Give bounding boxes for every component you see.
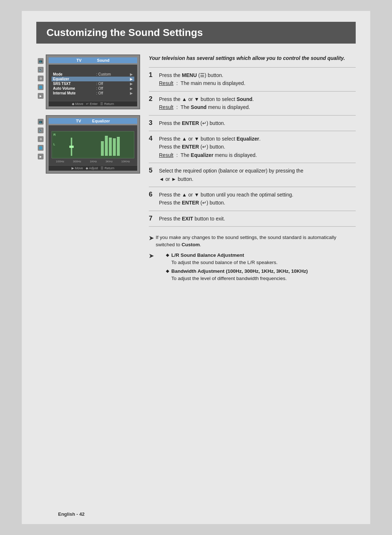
step-1-result: The main menu is displayed. [181,79,245,87]
steps-table: 1 Press the MENU (☰) button. Result: The… [149,67,356,227]
eq-display: R L [52,131,134,158]
eq-bar-3k [113,138,116,156]
notes-section: ➤ If you make any changes to the sound s… [149,234,356,284]
tv-row-autovolume: Auto Volume : Off ▶ [52,86,134,91]
step-3-num: 3 [149,115,159,131]
tv-screen-equalizer: TV Equalizer R L [46,115,140,174]
balance-indicator [69,146,74,148]
step-4: 4 Press the ▲ or ▼ button to select Equa… [149,131,356,163]
main-content: 📺 🔊 ⚙ 🌐 ▶ TV Sound Mode [36,54,356,287]
step-7-content: Press the EXIT button to exit. [159,211,356,226]
tv-label-1: TV Sound [76,58,109,62]
tv-icon-2-1: 📺 [38,119,44,125]
tv-icon-2: 🔊 [38,67,44,73]
step-7-num: 7 [149,211,159,226]
eq-freq-labels: 100Hz 300Hz 1KHz 3KHz 10KHz [52,160,134,163]
balance-bar [71,138,72,156]
step-4-content: Press the ▲ or ▼ button to select Equali… [159,131,356,163]
step-1-num: 1 [149,68,159,92]
result-label-1: Result [159,79,173,87]
diamond-icon-1: ◆ [166,252,169,258]
tv-icon-3: ⚙ [38,76,44,81]
result-label-4: Result [159,151,173,159]
note-row-1: ➤ If you make any changes to the sound s… [149,234,356,249]
page-title: Customizing the Sound Settings [46,27,346,38]
step-2: 2 Press the ▲ or ▼ button to select Soun… [149,91,356,115]
tv-label-2: TV Equalizer [76,119,110,123]
arrow-icon-2: ➤ [149,252,154,260]
tv-icon-4: 🌐 [38,84,44,90]
tv-side-icons-2: 📺 🔊 ⚙ 🌐 ▶ [38,119,44,159]
eq-lr-labels: R L [53,133,56,146]
tv-header-2: TV Equalizer [49,118,137,124]
tv-icon-2-3: ⚙ [38,136,44,142]
tv-icon-1: 📺 [38,58,44,64]
tv-footer-2: ▶ Move ◆ Adjust ☰ Return [49,165,137,171]
eq-bar-100 [101,141,104,156]
eq-bar-300 [105,136,108,156]
step-2-num: 2 [149,91,159,115]
bullet-2-text: Bandwidth Adjustment (100Hz, 300Hz, 1KHz… [171,268,308,283]
tv-row-mute: Internal Mute : Off ▶ [52,91,134,96]
step-1: 1 Press the MENU (☰) button. Result: The… [149,68,356,92]
note-text-1: If you make any changes to the sound set… [156,234,356,249]
tv-row-equalizer: Equalizer ▶ [52,77,134,81]
eq-bar-10k [117,137,120,156]
tv-inner-1: Mode : Custom ▶ Equalizer ▶ SRS TSXT [49,65,137,101]
bullet-2: ◆ Bandwidth Adjustment (100Hz, 300Hz, 1K… [166,268,308,283]
right-panel: Your television has several settings whi… [149,54,356,287]
step-6: 6 Press the ▲ or ▼ button until you reac… [149,187,356,211]
tv-side-icons-1: 📺 🔊 ⚙ 🌐 ▶ [38,58,44,99]
left-panel: 📺 🔊 ⚙ 🌐 ▶ TV Sound Mode [36,54,138,287]
step-5: 5 Select the required option (balance or… [149,163,356,187]
bullet-section: ◆ L/R Sound Balance AdjustmentTo adjust … [166,252,308,284]
tv-icon-2-5: ▶ [38,154,44,159]
step-5-num: 5 [149,163,159,187]
footer: English - 42 [58,511,85,517]
tv-row-mode: Mode : Custom ▶ [52,72,134,77]
step-7: 7 Press the EXIT button to exit. [149,211,356,226]
step-3-content: Press the ENTER (↵) button. [159,115,356,131]
title-bar: Customizing the Sound Settings [36,22,356,44]
step-4-result: The Equalizer menu is displayed. [181,151,257,159]
step-4-num: 4 [149,131,159,163]
footer-text: English - 42 [58,511,85,517]
tv-footer-1: ◆ Move ↵ Enter ☰ Return [49,101,137,106]
intro-text: Your television has several settings whi… [149,54,356,62]
tv-screen-2: 📺 🔊 ⚙ 🌐 ▶ TV Equalizer R [46,115,138,174]
tv-header-1: TV Sound [49,57,137,63]
balance-control [66,138,77,156]
result-label-2: Result [159,103,173,111]
step-1-content: Press the MENU (☰) button. Result: The m… [159,68,356,92]
bullet-1: ◆ L/R Sound Balance AdjustmentTo adjust … [166,252,308,267]
eq-bar-1k [109,138,112,156]
step-3: 3 Press the ENTER (↵) button. [149,115,356,131]
tv-row-srs: SRS TSXT : Off ▶ [52,81,134,86]
bullet-1-text: L/R Sound Balance AdjustmentTo adjust th… [171,252,278,267]
step-2-result: The Sound menu is displayed. [181,103,250,111]
tv-screen-1: 📺 🔊 ⚙ 🌐 ▶ TV Sound Mode [46,54,138,109]
step-6-num: 6 [149,187,159,211]
step-2-content: Press the ▲ or ▼ button to select Sound.… [159,91,356,115]
eq-bars [101,136,120,156]
tv-icon-5: ▶ [38,93,44,99]
diamond-icon-2: ◆ [166,268,169,274]
eq-inner: R L [49,125,137,165]
note-row-2: ➤ ◆ L/R Sound Balance AdjustmentTo adjus… [149,252,356,284]
step-6-content: Press the ▲ or ▼ button until you reach … [159,187,356,211]
step-5-content: Select the required option (balance or e… [159,163,356,187]
page: Customizing the Sound Settings 📺 🔊 ⚙ 🌐 ▶… [22,11,370,524]
arrow-icon-1: ➤ [149,234,154,243]
tv-menu-table-1: Mode : Custom ▶ Equalizer ▶ SRS TSXT [52,72,134,96]
tv-icon-2-4: 🌐 [38,145,44,151]
tv-screen-sound: TV Sound Mode : Custom ▶ Equalizer [46,54,140,109]
tv-icon-2-2: 🔊 [38,127,44,133]
